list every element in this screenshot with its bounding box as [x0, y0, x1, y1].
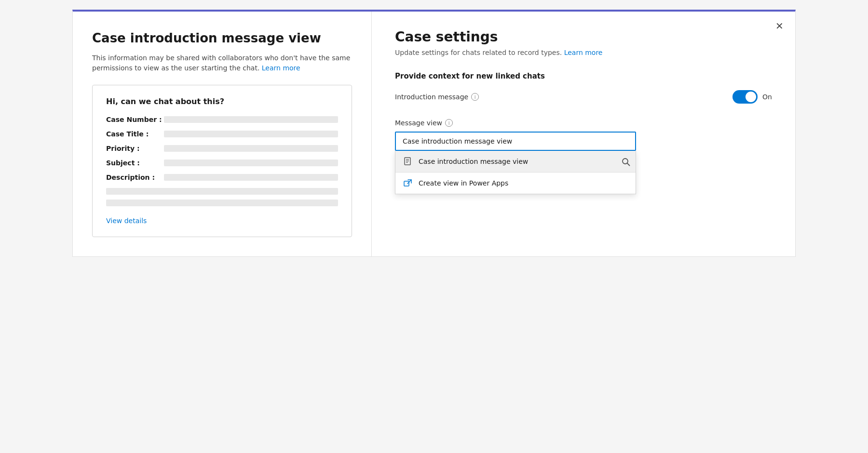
search-icon-button[interactable] [622, 158, 630, 168]
search-input-container: Case introduction message view Create vi… [395, 132, 636, 194]
field-bar-case-number [164, 116, 338, 123]
field-label-case-title: Case Title : [106, 130, 164, 138]
view-details-link[interactable]: View details [106, 217, 147, 225]
right-panel-learn-more[interactable]: Learn more [564, 49, 603, 56]
section-title: Provide context for new linked chats [395, 72, 772, 80]
toggle-knob [746, 92, 756, 102]
message-view-dropdown: Case introduction message view Create vi… [395, 151, 636, 194]
field-label-priority: Priority : [106, 145, 164, 152]
dropdown-item-case-view[interactable]: Case introduction message view [395, 151, 636, 172]
message-view-info-icon: i [445, 119, 453, 127]
field-row-priority: Priority : [106, 145, 338, 152]
right-panel-title: Case settings [395, 29, 772, 45]
field-bar-priority [164, 145, 338, 152]
field-bar-extra-2 [106, 200, 338, 206]
field-row-description: Description : [106, 173, 338, 181]
left-panel-learn-more[interactable]: Learn more [262, 64, 300, 72]
field-row-case-title: Case Title : [106, 130, 338, 138]
right-panel: ✕ Case settings Update settings for chat… [372, 12, 795, 256]
dropdown-item-case-view-label: Case introduction message view [419, 158, 528, 165]
field-bar-subject [164, 160, 338, 166]
preview-card: Hi, can we chat about this? Case Number … [92, 85, 352, 237]
field-bar-description [164, 174, 338, 181]
field-bar-extra-1 [106, 188, 338, 195]
svg-rect-6 [404, 181, 409, 186]
preview-greeting: Hi, can we chat about this? [106, 97, 338, 106]
toggle-label: On [762, 93, 772, 101]
dropdown-item-create-view[interactable]: Create view in Power Apps [395, 173, 636, 194]
field-row-subject: Subject : [106, 159, 338, 167]
dropdown-item-create-view-label: Create view in Power Apps [419, 179, 508, 187]
search-icon [622, 158, 630, 166]
left-panel-description: This information may be shared with coll… [92, 53, 352, 73]
toggle-row: On [732, 90, 772, 104]
field-label-description: Description : [106, 173, 164, 181]
introduction-message-label: Introduction message i [395, 93, 479, 101]
field-row-case-number: Case Number : [106, 116, 338, 123]
field-label-case-number: Case Number : [106, 116, 164, 123]
left-panel: Case introduction message view This info… [73, 12, 372, 256]
svg-line-7 [407, 180, 411, 184]
introduction-message-row: Introduction message i On [395, 90, 772, 104]
field-label-subject: Subject : [106, 159, 164, 167]
close-button[interactable]: ✕ [775, 21, 784, 31]
introduction-message-toggle[interactable] [732, 90, 758, 104]
external-link-icon [403, 178, 413, 188]
subtitle-row: Update settings for chats related to rec… [395, 49, 772, 56]
left-panel-title: Case introduction message view [92, 31, 352, 45]
introduction-message-info-icon: i [471, 93, 479, 101]
field-bar-case-title [164, 131, 338, 137]
message-view-search-input[interactable] [395, 132, 636, 151]
message-view-label: Message view i [395, 119, 772, 127]
document-icon [403, 157, 413, 166]
svg-line-1 [627, 163, 630, 166]
main-container: Case introduction message view This info… [72, 10, 796, 257]
